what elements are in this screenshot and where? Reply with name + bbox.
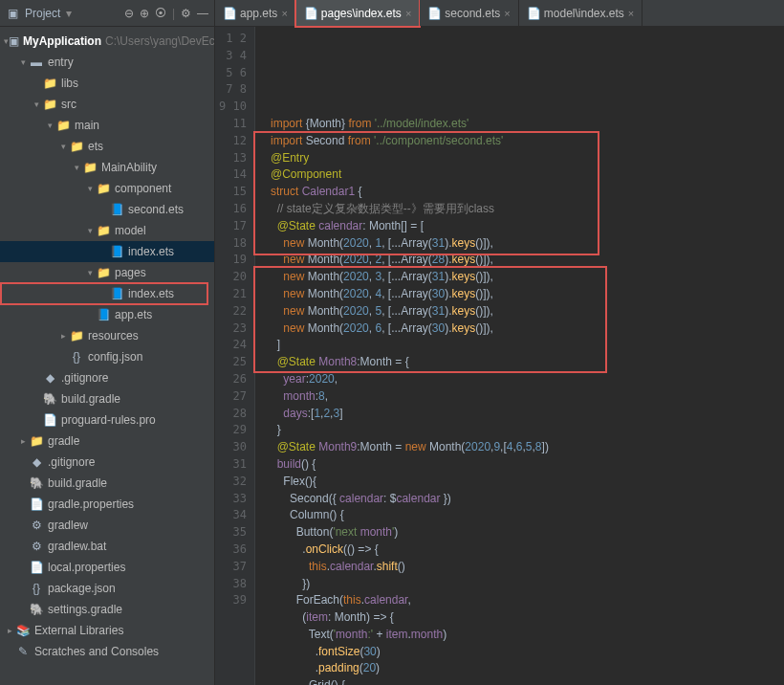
code-line[interactable]: @State Month8:Month = {: [271, 354, 784, 371]
gradle-icon: 🐘: [29, 602, 44, 617]
folder-icon: 📁: [42, 97, 57, 112]
collapse-icon[interactable]: ⊖: [124, 7, 134, 20]
code-line[interactable]: Column() {: [271, 507, 784, 524]
code-line[interactable]: days:[1,2,3]: [271, 406, 784, 423]
tree-row[interactable]: ✎Scratches and Consoles: [0, 641, 214, 662]
editor-tab[interactable]: 📄second.ets×: [420, 0, 518, 26]
tree-row[interactable]: ⚙gradlew: [0, 515, 214, 536]
code-line[interactable]: new Month(2020, 2, [...Array(28).keys()]…: [271, 252, 784, 269]
code-line[interactable]: .padding(20): [271, 660, 784, 677]
tree-row[interactable]: {}package.json: [0, 578, 214, 599]
code-line[interactable]: Text('month:' + item.month): [271, 627, 784, 644]
code-line[interactable]: }): [271, 576, 784, 593]
tree-row[interactable]: ⚙gradlew.bat: [0, 536, 214, 557]
target-icon[interactable]: ⦿: [155, 7, 166, 20]
tree-row[interactable]: 🐘build.gradle: [0, 388, 214, 409]
project-tree[interactable]: ▾▣MyApplicationC:\Users\yang\DevEcoStu▾▬…: [0, 27, 215, 685]
tree-row[interactable]: 📘app.ets: [0, 304, 214, 325]
code-line[interactable]: new Month(2020, 6, [...Array(30).keys()]…: [271, 320, 784, 338]
hide-icon[interactable]: —: [197, 7, 208, 20]
tree-row[interactable]: 📘second.ets: [0, 199, 214, 220]
code-line[interactable]: build() {: [271, 456, 784, 474]
tree-row[interactable]: ▾▬entry: [0, 52, 214, 73]
toggle-arrow-icon[interactable]: ▾: [44, 121, 55, 130]
editor-tab[interactable]: 📄pages\index.ets×: [296, 0, 421, 26]
tree-row[interactable]: ▸📁resources: [0, 325, 214, 346]
toggle-arrow-icon[interactable]: ▸: [57, 331, 69, 341]
code-line[interactable]: ]: [271, 337, 784, 354]
tree-row[interactable]: 📘index.ets: [0, 241, 214, 262]
toggle-arrow-icon[interactable]: ▾: [84, 226, 96, 235]
project-tool-header[interactable]: ▣ Project ▾ ⊖ ⊕ ⦿ | ⚙ —: [0, 0, 215, 26]
code-line[interactable]: month:8,: [271, 388, 784, 406]
tree-row[interactable]: 📘index.ets: [0, 283, 214, 304]
tree-row[interactable]: ◆.gitignore: [0, 367, 214, 388]
code-line[interactable]: struct Calendar1 {: [271, 184, 784, 201]
tab-label: second.ets: [445, 7, 500, 20]
code-area[interactable]: import {Month} from '../model/index.ets'…: [255, 27, 784, 685]
code-line[interactable]: new Month(2020, 5, [...Array(31).keys()]…: [271, 303, 784, 320]
code-line[interactable]: Flex(){: [271, 474, 784, 491]
tree-row[interactable]: 📁libs: [0, 73, 214, 94]
code-editor[interactable]: 1 2 3 4 5 6 7 8 9 10 11 12 13 14 15 16 1…: [215, 27, 784, 685]
tree-row[interactable]: 🐘settings.gradle: [0, 599, 214, 620]
folder-icon: 📁: [69, 139, 84, 154]
tree-row[interactable]: 📄proguard-rules.pro: [0, 409, 214, 431]
tree-label: ets: [88, 140, 103, 153]
toggle-arrow-icon[interactable]: ▾: [84, 184, 96, 193]
tree-row[interactable]: ▾📁MainAbility: [0, 157, 214, 178]
code-line[interactable]: .onClick(() => {: [271, 541, 784, 559]
code-line[interactable]: Button('next month'): [271, 524, 784, 541]
expand-icon[interactable]: ⊕: [140, 7, 149, 20]
editor-tab[interactable]: 📄model\index.ets×: [519, 0, 642, 26]
close-icon[interactable]: ×: [405, 8, 411, 19]
code-line[interactable]: import Second from '../component/second.…: [271, 133, 784, 150]
tree-row[interactable]: ◆.gitignore: [0, 452, 214, 473]
code-line[interactable]: year:2020,: [271, 371, 784, 388]
code-line[interactable]: // state定义复杂数据类型--》需要用到class: [271, 201, 784, 218]
tree-label: gradle: [48, 434, 79, 448]
tree-row[interactable]: {}config.json: [0, 346, 214, 367]
tree-row[interactable]: ▾📁pages: [0, 262, 214, 283]
close-icon[interactable]: ×: [281, 8, 287, 19]
tree-row[interactable]: 📄gradle.properties: [0, 494, 214, 515]
close-icon[interactable]: ×: [628, 8, 634, 19]
tree-row[interactable]: ▾📁ets: [0, 136, 214, 157]
code-line[interactable]: @State calendar: Month[] = [: [271, 218, 784, 235]
editor-tab[interactable]: 📄app.ets×: [215, 0, 296, 26]
tree-row[interactable]: ▾📁component: [0, 178, 214, 199]
code-line[interactable]: import {Month} from '../model/index.ets': [271, 116, 784, 133]
code-line[interactable]: .fontSize(30): [271, 644, 784, 661]
code-line[interactable]: }: [271, 422, 784, 439]
project-header-title: Project: [25, 7, 60, 20]
toggle-arrow-icon[interactable]: ▾: [84, 268, 96, 277]
toggle-arrow-icon[interactable]: ▾: [17, 57, 29, 67]
toggle-arrow-icon[interactable]: ▾: [57, 142, 69, 151]
code-line[interactable]: @State Month9:Month = new Month(2020,9,[…: [271, 439, 784, 456]
code-line[interactable]: @Component: [271, 166, 784, 184]
code-line[interactable]: Second({ calendar: $calendar }): [271, 491, 784, 508]
tree-row[interactable]: 📄local.properties: [0, 557, 214, 578]
tree-row[interactable]: ▸📚External Libraries: [0, 620, 214, 641]
gear-icon[interactable]: ⚙: [181, 7, 191, 20]
code-line[interactable]: @Entry: [271, 150, 784, 167]
close-icon[interactable]: ×: [504, 8, 510, 19]
code-line[interactable]: this.calendar.shift(): [271, 559, 784, 576]
dropdown-icon[interactable]: ▾: [66, 7, 72, 20]
toggle-arrow-icon[interactable]: ▾: [31, 99, 42, 109]
code-line[interactable]: new Month(2020, 4, [...Array(30).keys()]…: [271, 286, 784, 303]
toggle-arrow-icon[interactable]: ▸: [17, 436, 29, 446]
tree-row[interactable]: 🐘build.gradle: [0, 473, 214, 494]
code-line[interactable]: (item: Month) => {: [271, 609, 784, 627]
code-line[interactable]: ForEach(this.calendar,: [271, 592, 784, 609]
code-line[interactable]: new Month(2020, 3, [...Array(31).keys()]…: [271, 269, 784, 286]
tree-row[interactable]: ▾▣MyApplicationC:\Users\yang\DevEcoStu: [0, 31, 214, 52]
tree-row[interactable]: ▾📁model: [0, 220, 214, 241]
tree-row[interactable]: ▾📁src: [0, 94, 214, 115]
toggle-arrow-icon[interactable]: ▸: [4, 626, 15, 635]
tree-row[interactable]: ▸📁gradle: [0, 431, 214, 452]
code-line[interactable]: new Month(2020, 1, [...Array(31).keys()]…: [271, 235, 784, 253]
code-line[interactable]: Grid() {: [271, 677, 784, 685]
toggle-arrow-icon[interactable]: ▾: [71, 163, 82, 172]
tree-row[interactable]: ▾📁main: [0, 115, 214, 136]
